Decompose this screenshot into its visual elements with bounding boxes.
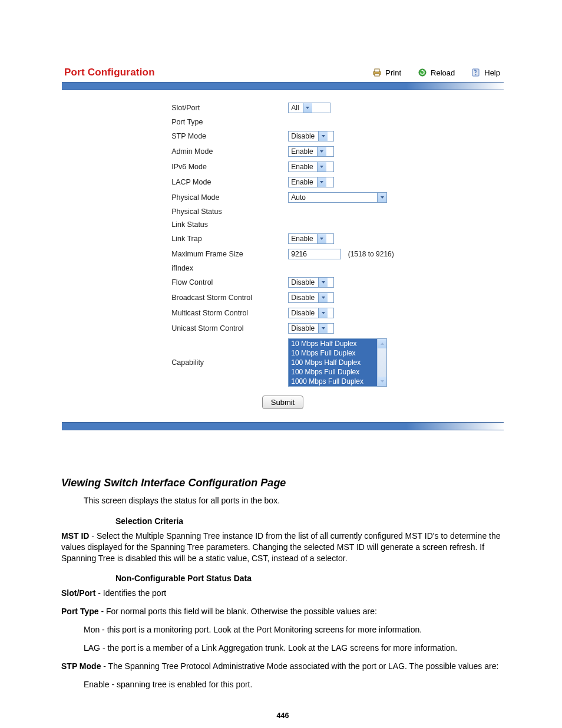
list-item[interactable]: 1000 Mbps Full Duplex	[289, 377, 377, 386]
slot-port-select[interactable]: All	[288, 103, 330, 113]
label-ucast-storm: Unicast Storm Control	[167, 321, 282, 335]
form-panel: Slot/Port All Port Type STP Mode Disable	[62, 90, 504, 422]
label-port-type: Port Type	[167, 116, 282, 128]
capability-listbox[interactable]: 10 Mbps Half Duplex 10 Mbps Full Duplex …	[288, 338, 387, 387]
slot-port-value: All	[291, 104, 302, 112]
label-capability: Capability	[167, 337, 282, 388]
doc-intro: This screen displays the status for all …	[84, 495, 504, 506]
chevron-down-icon	[317, 234, 326, 243]
chevron-down-icon	[317, 162, 326, 172]
panel-header: Port Configuration Print Reload Help	[62, 64, 504, 82]
stp-mode-rest: - The Spanning Tree Protocol Administrat…	[101, 661, 498, 671]
lacp-mode-value: Enable	[291, 178, 316, 186]
list-item[interactable]: 10 Mbps Full Duplex	[289, 348, 377, 358]
port-type-para: Port Type - For normal ports this field …	[61, 606, 504, 617]
ipv6-mode-value: Enable	[291, 163, 316, 171]
slot-port-bold: Slot/Port	[61, 588, 95, 598]
label-slot-port: Slot/Port	[167, 101, 282, 115]
link-trap-select[interactable]: Enable	[288, 233, 334, 244]
page-number: 446	[61, 711, 504, 720]
chevron-down-icon	[317, 177, 326, 187]
stp-mode-value: Disable	[291, 132, 318, 140]
reload-icon	[418, 68, 427, 77]
port-type-bold: Port Type	[61, 607, 99, 616]
top-divider-bar	[62, 82, 504, 90]
label-mcast-storm: Multicast Storm Control	[167, 306, 282, 320]
flow-control-select[interactable]: Disable	[288, 277, 334, 288]
max-frame-hint: (1518 to 9216)	[343, 250, 394, 258]
label-link-trap: Link Trap	[167, 232, 282, 246]
list-item[interactable]: 100 Mbps Full Duplex	[289, 367, 377, 377]
flow-control-value: Disable	[291, 278, 318, 286]
mcast-storm-select[interactable]: Disable	[288, 308, 334, 318]
doc-heading: Viewing Switch Interface Configuration P…	[61, 477, 504, 489]
chevron-down-icon	[318, 308, 328, 318]
ucast-storm-select[interactable]: Disable	[288, 323, 334, 334]
selection-criteria-heading: Selection Criteria	[115, 516, 504, 527]
label-admin-mode: Admin Mode	[167, 144, 282, 159]
scroll-up-icon[interactable]	[378, 339, 386, 348]
max-frame-input[interactable]	[288, 249, 341, 259]
help-icon	[471, 68, 481, 77]
config-form: Slot/Port All Port Type STP Mode Disable	[166, 100, 400, 390]
port-config-panel: Port Configuration Print Reload Help Slo…	[61, 64, 504, 431]
capability-items: 10 Mbps Half Duplex 10 Mbps Full Duplex …	[289, 339, 377, 386]
chevron-down-icon	[318, 324, 328, 333]
bcast-storm-value: Disable	[291, 294, 318, 302]
link-trap-value: Enable	[291, 235, 316, 243]
lacp-mode-select[interactable]: Enable	[288, 177, 334, 187]
label-ifindex: ifIndex	[167, 262, 282, 274]
reload-button[interactable]: Reload	[418, 68, 455, 77]
ipv6-mode-select[interactable]: Enable	[288, 162, 334, 172]
label-flow-control: Flow Control	[167, 275, 282, 289]
label-stp-mode: STP Mode	[167, 129, 282, 143]
admin-mode-value: Enable	[291, 147, 316, 156]
svg-rect-1	[375, 69, 379, 72]
chevron-down-icon	[318, 293, 328, 302]
listbox-scrollbar[interactable]	[377, 339, 386, 386]
label-physical-status: Physical Status	[167, 206, 282, 218]
bottom-divider-bar	[62, 422, 504, 430]
label-bcast-storm: Broadcast Storm Control	[167, 291, 282, 305]
stp-mode-para: STP Mode - The Spanning Tree Protocol Ad…	[61, 661, 504, 672]
svg-rect-2	[375, 74, 379, 76]
chevron-down-icon	[377, 193, 386, 202]
list-item[interactable]: 100 Mbps Half Duplex	[289, 358, 377, 367]
label-lacp-mode: LACP Mode	[167, 175, 282, 189]
mst-id-bold: MST ID	[61, 531, 89, 541]
stp-enable: Enable - spanning tree is enabled for th…	[84, 679, 504, 690]
stp-mode-bold: STP Mode	[61, 661, 101, 671]
submit-button[interactable]: Submit	[262, 396, 303, 409]
admin-mode-select[interactable]: Enable	[288, 146, 334, 157]
print-label: Print	[385, 68, 401, 77]
noncfg-heading: Non-Configurable Port Status Data	[115, 573, 504, 584]
mst-id-para: MST ID - Select the Multiple Spanning Tr…	[61, 531, 504, 564]
label-max-frame: Maximum Frame Size	[167, 247, 282, 261]
mst-id-rest: - Select the Multiple Spanning Tree inst…	[61, 531, 501, 563]
bcast-storm-select[interactable]: Disable	[288, 292, 334, 303]
chevron-down-icon	[317, 147, 326, 156]
port-type-rest: - For normal ports this field will be bl…	[99, 607, 377, 616]
help-button[interactable]: Help	[471, 68, 500, 77]
chevron-down-icon	[303, 103, 312, 113]
stp-mode-select[interactable]: Disable	[288, 131, 334, 141]
print-icon	[372, 68, 382, 77]
print-button[interactable]: Print	[372, 68, 401, 77]
page-title: Port Configuration	[64, 67, 155, 78]
physical-mode-value: Auto	[291, 193, 377, 202]
label-ipv6-mode: IPv6 Mode	[167, 160, 282, 174]
doc-section: Viewing Switch Interface Configuration P…	[61, 431, 504, 690]
reload-label: Reload	[431, 68, 455, 77]
slot-port-para: Slot/Port - Identifies the port	[61, 588, 504, 599]
slot-port-rest: - Identifies the port	[95, 588, 166, 598]
port-type-lag: LAG - the port is a member of a Link Agg…	[84, 643, 504, 654]
help-label: Help	[484, 68, 500, 77]
ucast-storm-value: Disable	[291, 324, 318, 332]
physical-mode-select[interactable]: Auto	[288, 192, 387, 203]
chevron-down-icon	[318, 278, 328, 287]
chevron-down-icon	[318, 131, 328, 141]
toolbar: Print Reload Help	[372, 68, 500, 77]
scroll-down-icon[interactable]	[378, 377, 386, 386]
list-item[interactable]: 10 Mbps Half Duplex	[289, 339, 377, 348]
port-type-mon: Mon - this port is a monitoring port. Lo…	[84, 624, 504, 635]
